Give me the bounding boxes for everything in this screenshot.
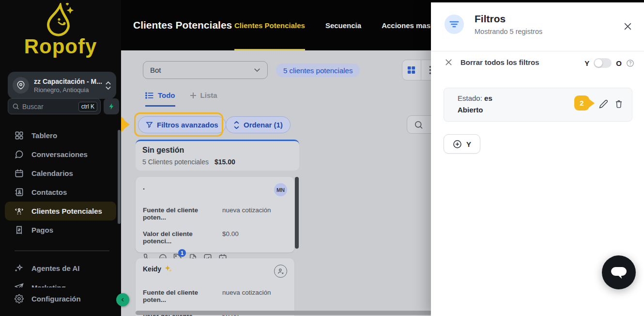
chevron-updown-icon — [105, 81, 111, 90]
sidebar-collapse-button[interactable] — [116, 293, 129, 306]
avatar-unassigned[interactable] — [274, 265, 287, 278]
pipeline-select[interactable]: Bot — [143, 61, 268, 79]
logo: Ropofy — [0, 3, 121, 58]
sidebar-item-agentes-ai[interactable]: Agentes de AI — [0, 259, 121, 278]
app-screen: Ropofy zz Capacitación - M... Rionegro, … — [0, 0, 644, 316]
clear-all-filters-label: Borrar todos los filtros — [460, 58, 539, 66]
and-label: Y — [584, 59, 589, 67]
field-label: Valor del cliente potenci... — [143, 230, 222, 245]
person-x-icon — [277, 268, 284, 275]
field-label: Fuente del cliente poten... — [143, 289, 222, 303]
speech-bubble-icon — [610, 265, 628, 280]
delete-filter-button[interactable] — [614, 99, 623, 109]
tab-clientes-potenciales[interactable]: Clientes Potenciales — [234, 0, 305, 50]
lead-card[interactable]: Keidy Fuente del cliente poten... nueva … — [136, 258, 294, 316]
sidebar-item-contactos[interactable]: Contactos — [0, 183, 121, 202]
sidebar-item-calendarios[interactable]: Calendarios — [0, 164, 121, 183]
chip-operator: es — [484, 94, 492, 102]
sidebar-search[interactable]: ctrl K — [8, 98, 101, 114]
sidebar-scrollbar[interactable] — [118, 130, 121, 224]
trash-icon — [614, 99, 623, 109]
sparkles-icon — [15, 264, 24, 273]
avatar[interactable]: MN — [274, 183, 287, 196]
sidebar-item-tablero[interactable]: Tablero — [0, 126, 121, 145]
chip-field: Estado: — [458, 94, 482, 102]
search-icon — [414, 120, 423, 129]
pipeline-select-value: Bot — [150, 66, 161, 74]
chevron-down-icon — [254, 68, 261, 72]
tab-lista-label: Lista — [200, 91, 217, 99]
logo-text: Ropofy — [0, 35, 121, 58]
sidebar-item-marketing-clipped[interactable]: Marketing — [0, 278, 121, 287]
account-location: Rionegro, Antioquia — [34, 86, 105, 94]
clear-all-filters-button[interactable]: Borrar todos los filtros — [445, 58, 539, 66]
sidebar-item-clientes-potenciales[interactable]: Clientes Potenciales — [5, 202, 116, 221]
edit-filter-button[interactable] — [599, 99, 608, 109]
sidebar-item-label: Conversaciones — [31, 150, 88, 158]
contacts-book-icon — [15, 188, 24, 197]
sidebar-item-label: Clientes Potenciales — [31, 207, 102, 215]
board-column-header[interactable]: Sin gestión 5 Clientes potenciales $15.0… — [136, 140, 299, 171]
or-label: O — [616, 59, 622, 67]
panel-title: Filtros — [475, 13, 542, 25]
sort-button[interactable]: Ordenar (1) — [226, 116, 291, 133]
lead-card[interactable]: . MN Fuente del cliente poten... nueva c… — [136, 177, 294, 253]
lead-card-title: Keidy — [143, 265, 161, 273]
chat-bubble-icon — [15, 150, 24, 159]
field-value: $0.00 — [222, 230, 239, 245]
sidebar: Ropofy zz Capacitación - M... Rionegro, … — [0, 0, 121, 316]
location-pin-icon — [13, 77, 29, 94]
account-selector[interactable]: zz Capacitación - M... Rionegro, Antioqu… — [8, 72, 116, 99]
support-chat-button[interactable] — [602, 255, 636, 289]
dashboard-grid-icon — [15, 131, 24, 140]
sidebar-item-label: Pagos — [31, 226, 53, 234]
search-shortcut-badge: ctrl K — [78, 102, 97, 111]
grid-view-button[interactable] — [402, 60, 421, 80]
annotation-step-2: 2 — [574, 95, 589, 111]
send-icon — [15, 283, 24, 287]
field-value: nueva cotización — [222, 289, 271, 303]
field-value: nueva cotización — [222, 206, 271, 221]
grid-view-icon — [407, 65, 416, 75]
sidebar-item-label: Tablero — [31, 131, 57, 140]
gear-icon — [15, 294, 24, 303]
board-horizontal-scrollbar[interactable] — [136, 311, 432, 315]
sidebar-item-conversaciones[interactable]: Conversaciones — [0, 145, 121, 164]
receipt-icon — [15, 225, 24, 235]
column-count: 5 Clientes potenciales — [142, 158, 209, 166]
toggle-knob — [595, 59, 602, 67]
filter-chip-estado[interactable]: Estado: es Abierto — [444, 88, 632, 122]
add-condition-label: Y — [466, 140, 471, 148]
tab-todo[interactable]: Todo — [145, 91, 175, 107]
sidebar-divider — [15, 251, 109, 251]
add-and-condition-button[interactable]: Y — [444, 134, 480, 154]
field-label: Fuente del cliente poten... — [143, 206, 222, 221]
leads-count-badge: 5 clientes potenciales — [276, 63, 360, 77]
lead-card-title: . — [143, 183, 145, 191]
tab-add-lista[interactable]: Lista — [190, 91, 217, 107]
logo-flame-icon — [40, 3, 81, 38]
panel-subtitle: Mostrando 5 registros — [475, 28, 542, 35]
list-icon — [145, 92, 154, 99]
sidebar-item-label: Contactos — [31, 188, 67, 196]
column-vertical-scrollbar[interactable] — [295, 177, 299, 249]
funnel-icon — [146, 121, 153, 128]
advanced-filters-button[interactable]: Filtros avanzados — [138, 116, 226, 133]
sidebar-item-pagos[interactable]: Pagos — [0, 221, 121, 239]
sidebar-item-label: Configuración — [31, 295, 81, 303]
sort-label: Ordenar (1) — [244, 121, 283, 129]
sidebar-item-label: Calendarios — [31, 169, 73, 177]
tab-secuencia[interactable]: Secuencia — [325, 0, 361, 50]
filter-lines-icon — [445, 15, 464, 34]
sidebar-item-configuracion[interactable]: Configuración — [0, 289, 121, 308]
pencil-icon — [599, 99, 608, 109]
search-input[interactable] — [22, 103, 66, 111]
and-or-toggle[interactable] — [594, 58, 612, 68]
close-panel-button[interactable] — [623, 22, 632, 31]
advanced-filters-label: Filtros avanzados — [157, 121, 218, 129]
quick-actions-button[interactable] — [104, 98, 119, 114]
tab-todo-label: Todo — [158, 91, 175, 99]
help-circle-icon[interactable] — [626, 59, 634, 67]
header-tabs: Clientes Potenciales Secuencia Acciones … — [234, 0, 445, 50]
sort-arrows-icon — [233, 121, 240, 129]
